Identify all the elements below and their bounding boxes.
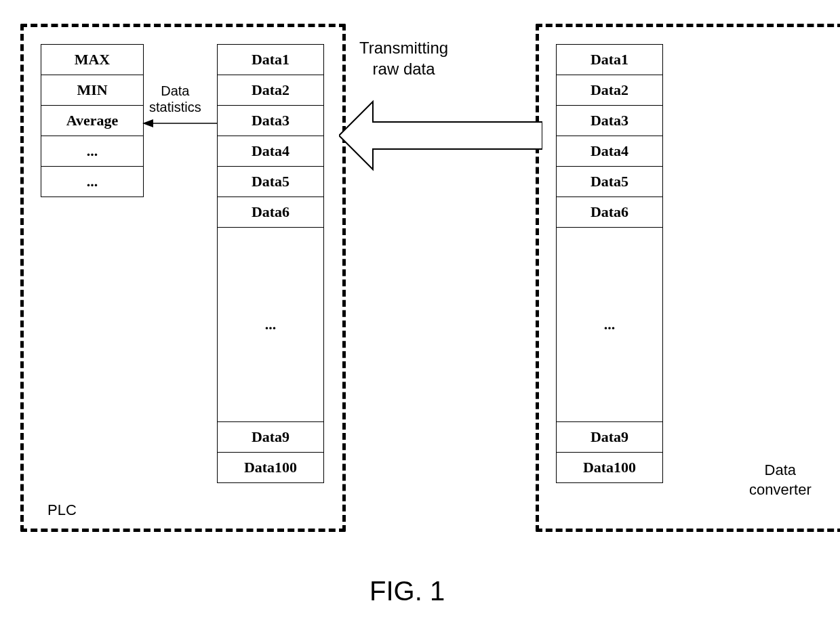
data-row: Data5 <box>557 167 662 197</box>
transmit-arrow-icon <box>339 95 542 176</box>
data-row: Data6 <box>218 197 323 228</box>
svg-marker-1 <box>142 119 153 127</box>
converter-data-table: Data1 Data2 Data3 Data4 Data5 Data6 ... … <box>556 44 663 483</box>
data-row: Data4 <box>557 136 662 167</box>
converter-label-line1: Data <box>765 461 796 478</box>
data-row: Data100 <box>218 453 323 482</box>
stats-label-line2: statistics <box>149 100 201 115</box>
converter-label-line2: converter <box>749 481 812 498</box>
stats-row: Average <box>41 106 143 136</box>
data-row-ellipsis: ... <box>218 228 323 422</box>
transmit-label-line1: Transmitting <box>359 39 448 57</box>
stats-table: MAX MIN Average ... ... <box>41 44 144 197</box>
plc-label: PLC <box>47 501 77 519</box>
data-row: Data100 <box>557 453 662 482</box>
transmit-label-line2: raw data <box>373 60 435 78</box>
data-row: Data9 <box>557 422 662 453</box>
plc-data-table: Data1 Data2 Data3 Data4 Data5 Data6 ... … <box>217 44 324 483</box>
data-row: Data2 <box>218 75 323 106</box>
data-row: Data6 <box>557 197 662 228</box>
diagram-container: MAX MIN Average ... ... Data1 Data2 Data… <box>14 14 827 623</box>
data-row: Data3 <box>557 106 662 136</box>
data-row-ellipsis: ... <box>557 228 662 422</box>
stats-label-line1: Data <box>161 83 189 98</box>
converter-label: Data converter <box>749 461 812 499</box>
data-row: Data2 <box>557 75 662 106</box>
stats-arrow-icon <box>142 117 217 130</box>
stats-row: ... <box>41 167 143 197</box>
data-row: Data1 <box>218 45 323 75</box>
stats-row: MAX <box>41 45 143 75</box>
data-row: Data9 <box>218 422 323 453</box>
figure-label: FIG. 1 <box>369 576 445 606</box>
data-statistics-label: Data statistics <box>149 83 201 115</box>
stats-row: MIN <box>41 75 143 106</box>
data-row: Data4 <box>218 136 323 167</box>
data-row: Data3 <box>218 106 323 136</box>
data-row: Data1 <box>557 45 662 75</box>
data-row: Data5 <box>218 167 323 197</box>
stats-row: ... <box>41 136 143 167</box>
transmit-label: Transmitting raw data <box>359 37 448 79</box>
